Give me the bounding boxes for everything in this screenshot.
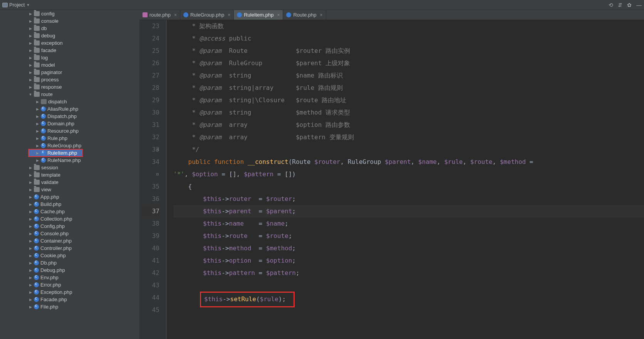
tree-item-error-php[interactable]: Error.php — [0, 281, 139, 288]
line-number[interactable]: 44 — [139, 292, 159, 304]
expand-chevron-icon[interactable] — [35, 115, 39, 118]
expand-chevron-icon[interactable] — [29, 283, 32, 287]
tree-item-response[interactable]: response — [0, 83, 139, 91]
fold-icon[interactable]: ⊟ — [156, 143, 159, 156]
collapse-icon[interactable]: — — [636, 2, 642, 8]
code-line[interactable]: * @param string $name 路由标识 — [173, 69, 644, 82]
expand-chevron-icon[interactable] — [29, 93, 32, 96]
expand-chevron-icon[interactable] — [35, 159, 39, 162]
expand-chevron-icon[interactable] — [29, 224, 32, 228]
tree-item-rulegroup-php[interactable]: RuleGroup.php — [0, 142, 139, 149]
expand-chevron-icon[interactable] — [29, 239, 32, 243]
expand-chevron-icon[interactable] — [35, 129, 39, 133]
close-icon[interactable]: × — [174, 12, 177, 18]
tree-item-paginator[interactable]: paginator — [0, 69, 139, 76]
code-line[interactable]: $this->route = $route; — [173, 230, 644, 242]
close-icon[interactable]: × — [277, 12, 280, 18]
code-line[interactable]: * @param string|\Closure $route 路由地址 — [173, 94, 644, 106]
line-number[interactable]: 35 — [139, 180, 159, 193]
line-number[interactable]: 43 — [139, 279, 159, 292]
code-line[interactable]: '*', $option = [], $pattern = []) — [173, 168, 644, 180]
tree-item-rule-php[interactable]: Rule.php — [0, 135, 139, 142]
tree-item-config-php[interactable]: Config.php — [0, 223, 139, 230]
code-area[interactable]: 2324252627282930313233⊟34⊟35363738394041… — [139, 20, 644, 339]
tree-item-container-php[interactable]: Container.php — [0, 237, 139, 245]
expand-chevron-icon[interactable] — [29, 166, 32, 170]
tree-item-env-php[interactable]: Env.php — [0, 274, 139, 281]
line-number[interactable]: 39 — [139, 230, 159, 242]
line-number[interactable]: 28 — [139, 82, 159, 94]
tree-item-aliasrule-php[interactable]: AliasRule.php — [0, 105, 139, 113]
expand-chevron-icon[interactable] — [29, 180, 32, 184]
close-icon[interactable]: × — [228, 12, 230, 18]
tree-item-console[interactable]: console — [0, 17, 139, 25]
expand-chevron-icon[interactable] — [29, 202, 32, 206]
tree-item-resource-php[interactable]: Resource.php — [0, 127, 139, 135]
line-number[interactable]: 25 — [139, 45, 159, 57]
line-number[interactable]: 36 — [139, 193, 159, 205]
code-line[interactable]: $this->parent = $parent; — [173, 205, 644, 218]
expand-chevron-icon[interactable] — [29, 49, 32, 52]
code-line[interactable]: $this->method = $method; — [173, 242, 644, 255]
tree-item-cache-php[interactable]: Cache.php — [0, 208, 139, 215]
code-content[interactable]: * 架构函数 * @access public * @param Route $… — [166, 20, 644, 339]
expand-chevron-icon[interactable] — [29, 173, 32, 177]
tree-item-model[interactable]: model — [0, 61, 139, 69]
code-line[interactable]: * @access public — [173, 32, 644, 45]
line-number[interactable]: 23 — [139, 20, 159, 32]
tree-item-ruleitem-php[interactable]: RuleItem.php — [29, 149, 82, 157]
line-number[interactable]: 34 — [139, 156, 159, 168]
expand-chevron-icon[interactable] — [29, 232, 32, 236]
code-line[interactable]: $this->pattern = $pattern; — [173, 267, 644, 279]
tree-item-facade[interactable]: facade — [0, 47, 139, 54]
tree-item-log[interactable]: log — [0, 54, 139, 61]
line-number[interactable]: 38 — [139, 218, 159, 230]
line-number[interactable]: 33⊟ — [139, 143, 159, 156]
code-line[interactable]: * @param Route $router 路由实例 — [173, 45, 644, 57]
tree-item-view[interactable]: view — [0, 186, 139, 193]
line-number[interactable]: 31 — [139, 119, 159, 131]
code-line[interactable]: * @param array $pattern 变量规则 — [173, 131, 644, 143]
tree-item-rulename-php[interactable]: RuleName.php — [0, 157, 139, 164]
expand-chevron-icon[interactable] — [29, 19, 32, 23]
code-line[interactable]: */ — [173, 143, 644, 156]
tree-item-domain-php[interactable]: Domain.php — [0, 120, 139, 127]
code-line[interactable]: $this->setRule($rule); — [173, 292, 644, 304]
expand-chevron-icon[interactable] — [35, 144, 39, 148]
code-line[interactable]: * @param string $method 请求类型 — [173, 106, 644, 119]
tree-item-controller-php[interactable]: Controller.php — [0, 245, 139, 252]
tree-item-debug-php[interactable]: Debug.php — [0, 266, 139, 274]
expand-chevron-icon[interactable] — [29, 71, 32, 74]
sync-icon[interactable]: ⟲ — [609, 2, 613, 8]
tree-item-file-php[interactable]: File.php — [0, 303, 139, 310]
line-number[interactable]: 29 — [139, 94, 159, 106]
code-line[interactable]: * @param RuleGroup $parent 上级对象 — [173, 57, 644, 69]
line-number[interactable]: ⊟ — [139, 168, 159, 180]
tree-item-template[interactable]: template — [0, 171, 139, 179]
code-line[interactable]: $this->option = $option; — [173, 255, 644, 267]
expand-chevron-icon[interactable] — [29, 268, 32, 272]
expand-chevron-icon[interactable] — [29, 298, 32, 302]
close-icon[interactable]: × — [320, 12, 322, 18]
line-number[interactable]: 26 — [139, 57, 159, 69]
code-line[interactable]: * @param array $option 路由参数 — [173, 119, 644, 131]
tree-item-dispatch[interactable]: dispatch — [0, 98, 139, 105]
tree-item-collection-php[interactable]: Collection.php — [0, 215, 139, 223]
line-number[interactable]: 27 — [139, 69, 159, 82]
code-line[interactable]: $this->name = $name; — [173, 218, 644, 230]
expand-chevron-icon[interactable] — [29, 276, 32, 280]
expand-chevron-icon[interactable] — [35, 100, 39, 104]
expand-chevron-icon[interactable] — [35, 151, 39, 155]
tree-item-dispatch-php[interactable]: Dispatch.php — [0, 113, 139, 120]
expand-chevron-icon[interactable] — [29, 261, 32, 265]
tree-item-db[interactable]: db — [0, 25, 139, 32]
expand-chevron-icon[interactable] — [29, 41, 32, 45]
line-number[interactable]: 45 — [139, 304, 159, 316]
line-number[interactable]: 32 — [139, 131, 159, 143]
expand-chevron-icon[interactable] — [29, 195, 32, 199]
code-line[interactable]: * @param string|array $rule 路由规则 — [173, 82, 644, 94]
tree-item-db-php[interactable]: Db.php — [0, 259, 139, 266]
expand-chevron-icon[interactable] — [29, 210, 32, 214]
project-tree[interactable]: configconsoledbdebugexceptionfacadelogmo… — [0, 10, 139, 339]
code-line[interactable] — [173, 279, 644, 292]
